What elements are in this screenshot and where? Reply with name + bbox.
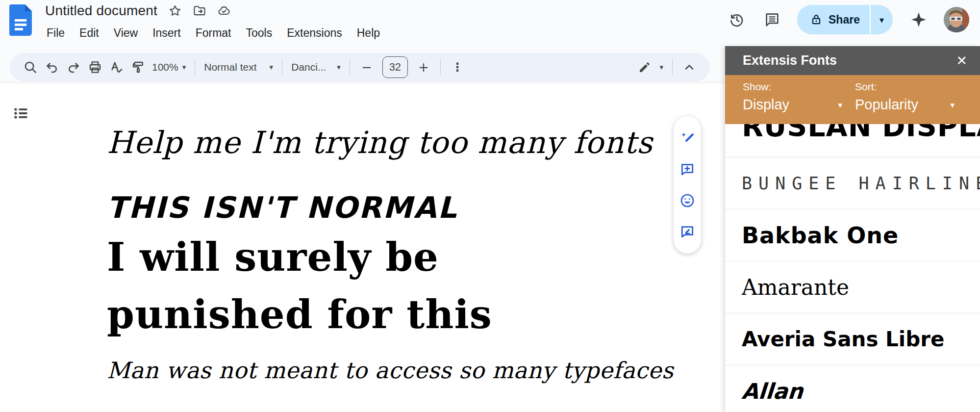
font-sample-averia-sans-libre: Averia Sans Libre <box>742 327 944 351</box>
toolbar-divider <box>195 59 195 75</box>
margin-action-pill <box>674 116 701 254</box>
redo-icon[interactable] <box>63 56 84 78</box>
suggest-edits-icon[interactable] <box>678 223 696 240</box>
paragraph-style-value: Normal text <box>204 61 256 73</box>
share-button[interactable]: Share ▾ <box>797 5 893 34</box>
menu-extensions[interactable]: Extensions <box>279 24 350 43</box>
doc-text-marker[interactable]: This isn't normal <box>107 190 458 225</box>
font-sample-allan: Allan <box>741 379 804 404</box>
decrease-font-size-button[interactable]: − <box>356 56 377 78</box>
font-list-item-averia-sans-libre[interactable]: Averia Sans Libre <box>725 313 980 365</box>
print-icon[interactable] <box>84 56 106 78</box>
zoom-select[interactable]: 100% ▾ <box>149 61 189 73</box>
spelling-check-icon[interactable] <box>106 56 127 78</box>
comments-icon[interactable] <box>758 5 786 34</box>
menu-edit[interactable]: Edit <box>72 24 106 43</box>
zoom-caret-icon: ▾ <box>182 63 186 72</box>
toolbar: 100% ▾ Normal text ▾ Danci... ▾ − 32 + ⋮… <box>10 53 710 81</box>
font-sample-bakbak-one: Bakbak One <box>742 222 899 249</box>
show-filter-value: Display <box>743 97 838 113</box>
top-bar: Untitled document File Edit View Insert … <box>0 0 980 53</box>
extensis-fonts-sidebar: Extensis Fonts ✕ Show: Display ▾ Sort: P… <box>725 46 980 412</box>
toolbar-divider <box>350 59 350 75</box>
document-title[interactable]: Untitled document <box>45 3 157 19</box>
font-list: Ruslan Display BUNGEE HAIRLINE Bakbak On… <box>725 124 980 412</box>
sidebar-header: Extensis Fonts ✕ <box>725 46 980 75</box>
doc-text-dancing-script-1[interactable]: Help me I'm trying too many fonts <box>107 125 653 160</box>
top-right-actions: Share ▾ <box>723 4 969 35</box>
add-comment-icon[interactable] <box>678 160 696 178</box>
sort-filter-value: Popularity <box>855 97 950 113</box>
document-outline-icon[interactable] <box>12 104 31 124</box>
zoom-value: 100% <box>152 61 178 73</box>
font-list-item-allan[interactable]: Allan <box>725 365 980 412</box>
title-row: Untitled document <box>45 3 231 19</box>
sort-filter-caret-icon: ▾ <box>950 100 955 110</box>
menu-file[interactable]: File <box>39 24 72 43</box>
undo-icon[interactable] <box>41 56 63 78</box>
show-filter-dropdown[interactable]: Display ▾ <box>743 97 855 113</box>
toolbar-divider <box>672 59 673 75</box>
paragraph-style-caret-icon: ▾ <box>270 63 274 72</box>
doc-text-heavy-serif[interactable]: I will surely be punished for this <box>107 229 587 343</box>
user-avatar[interactable] <box>944 7 969 32</box>
editing-mode-caret-icon: ▾ <box>659 63 663 72</box>
toolbar-divider <box>440 59 441 75</box>
collapse-toolbar-chevron-icon[interactable] <box>678 56 700 78</box>
share-button-main[interactable]: Share <box>797 5 870 34</box>
cloud-saved-icon[interactable] <box>217 4 231 18</box>
paragraph-style-select[interactable]: Normal text ▾ <box>201 61 276 73</box>
help-me-write-icon[interactable] <box>678 129 696 147</box>
menu-bar: File Edit View Insert Format Tools Exten… <box>39 24 387 43</box>
sort-filter-label: Sort: <box>855 81 967 93</box>
pen-icon <box>638 60 652 74</box>
font-list-item-bungee-hairline[interactable]: BUNGEE HAIRLINE <box>725 157 980 209</box>
share-button-label: Share <box>829 13 860 26</box>
lock-icon <box>810 13 823 26</box>
menu-format[interactable]: Format <box>188 24 239 43</box>
increase-font-size-button[interactable]: + <box>413 56 434 78</box>
menu-view[interactable]: View <box>106 24 145 43</box>
star-icon[interactable] <box>168 4 182 18</box>
font-size-input[interactable]: 32 <box>382 56 408 78</box>
show-filter-label: Show: <box>743 81 855 93</box>
font-list-item-ruslan-display[interactable]: Ruslan Display <box>725 124 980 157</box>
more-options-kebab-icon[interactable]: ⋮ <box>447 56 468 78</box>
menu-insert[interactable]: Insert <box>145 24 188 43</box>
font-sample-ruslan-display: Ruslan Display <box>742 124 980 143</box>
font-family-caret-icon: ▾ <box>337 63 341 72</box>
paint-format-icon[interactable] <box>127 56 149 78</box>
show-filter: Show: Display ▾ <box>743 81 855 124</box>
move-to-folder-icon[interactable] <box>193 4 206 18</box>
editing-mode-select[interactable]: ▾ <box>635 60 666 74</box>
emoji-reaction-icon[interactable] <box>678 192 696 209</box>
menu-help[interactable]: Help <box>350 24 387 43</box>
toolbar-divider <box>282 59 282 75</box>
share-dropdown-caret-icon[interactable]: ▾ <box>871 15 893 25</box>
menu-tools[interactable]: Tools <box>239 24 280 43</box>
sidebar-close-icon[interactable]: ✕ <box>956 54 967 67</box>
gemini-sparkle-icon[interactable] <box>905 5 933 34</box>
version-history-icon[interactable] <box>723 5 751 34</box>
sidebar-title: Extensis Fonts <box>743 53 956 68</box>
font-family-value: Danci... <box>291 61 326 73</box>
font-list-item-amarante[interactable]: Amarante <box>725 261 980 313</box>
google-docs-logo-icon[interactable] <box>9 4 32 36</box>
font-sample-amarante: Amarante <box>742 275 849 300</box>
sidebar-filters: Show: Display ▾ Sort: Popularity ▾ <box>725 75 980 124</box>
font-sample-bungee-hairline: BUNGEE HAIRLINE <box>742 174 980 193</box>
sort-filter-dropdown[interactable]: Popularity ▾ <box>855 97 967 113</box>
font-family-select[interactable]: Danci... ▾ <box>288 61 344 73</box>
doc-text-dancing-script-2[interactable]: Man was not meant to access so many type… <box>107 357 674 384</box>
font-list-item-bakbak-one[interactable]: Bakbak One <box>725 209 980 261</box>
show-filter-caret-icon: ▾ <box>838 100 842 110</box>
sort-filter: Sort: Popularity ▾ <box>855 81 967 124</box>
search-menus-icon[interactable] <box>20 56 41 78</box>
